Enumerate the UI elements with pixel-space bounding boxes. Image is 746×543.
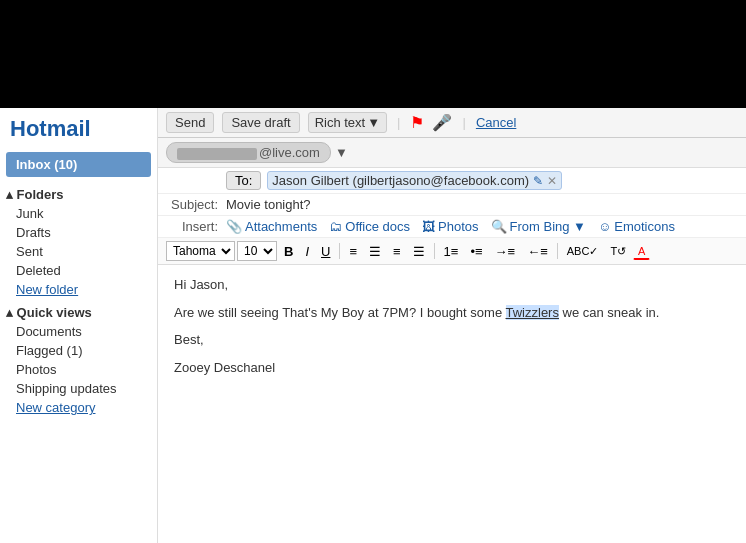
rich-text-arrow: ▼ <box>367 115 380 130</box>
emoticons-icon: ☺ <box>598 219 611 234</box>
to-button[interactable]: To: <box>226 171 261 190</box>
flag-icon[interactable]: ⚑ <box>410 113 424 132</box>
insert-row: Insert: 📎 Attachments 🗂 Office docs 🖼 Ph… <box>158 216 746 238</box>
top-bar <box>0 0 746 108</box>
ordered-list-button[interactable]: 1≡ <box>439 242 464 261</box>
insert-emoticons[interactable]: ☺ Emoticons <box>598 219 675 234</box>
office-icon: 🗂 <box>329 219 342 234</box>
twizzlers-text: Twizzlers <box>506 305 559 320</box>
sidebar-item-deleted[interactable]: Deleted <box>0 261 157 280</box>
rich-text-button[interactable]: Rich text ▼ <box>308 112 387 133</box>
from-dropdown-arrow[interactable]: ▼ <box>335 145 348 160</box>
subject-row: Subject: <box>158 194 746 216</box>
hotmail-logo: Hotmail <box>0 108 157 148</box>
outdent-button[interactable]: ←≡ <box>522 242 553 261</box>
sidebar-item-documents[interactable]: Documents <box>0 322 157 341</box>
sidebar-item-sent[interactable]: Sent <box>0 242 157 261</box>
insert-photos[interactable]: 🖼 Photos <box>422 219 478 234</box>
bing-label: From Bing ▼ <box>510 219 586 234</box>
sidebar: Hotmail Inbox (10) ▴ Folders Junk Drafts… <box>0 108 158 543</box>
font-select[interactable]: Tahoma <box>166 241 235 261</box>
insert-bing[interactable]: 🔍 From Bing ▼ <box>491 219 586 234</box>
mic-icon[interactable]: 🎤 <box>432 113 452 132</box>
closing: Best, <box>174 330 730 350</box>
align-justify-button[interactable]: ☰ <box>408 242 430 261</box>
attachment-label: Attachments <box>245 219 317 234</box>
bing-icon: 🔍 <box>491 219 507 234</box>
spell-check-button[interactable]: ABC✓ <box>562 243 604 260</box>
align-right-button[interactable]: ≡ <box>388 242 406 261</box>
body-text-before: Are we still seeing That's My Boy at 7PM… <box>174 305 506 320</box>
align-left-button[interactable]: ≡ <box>344 242 362 261</box>
insert-items: 📎 Attachments 🗂 Office docs 🖼 Photos 🔍 F… <box>226 219 675 234</box>
emoticons-label: Emoticons <box>614 219 675 234</box>
sidebar-item-flagged[interactable]: Flagged (1) <box>0 341 157 360</box>
from-email: @live.com <box>166 142 331 163</box>
italic-button[interactable]: I <box>300 242 314 261</box>
underline-button[interactable]: U <box>316 242 335 261</box>
body-text-after: we can sneak in. <box>559 305 659 320</box>
clear-format-button[interactable]: T↺ <box>605 243 631 260</box>
send-button[interactable]: Send <box>166 112 214 133</box>
divider-2: | <box>462 115 465 130</box>
office-label: Office docs <box>345 219 410 234</box>
format-toolbar: Tahoma 10 B I U ≡ ☰ ≡ ☰ 1≡ •≡ →≡ ←≡ ABC✓ <box>158 238 746 265</box>
to-row: To: Jason Gilbert (gilbertjasono@faceboo… <box>158 168 746 194</box>
from-bar: @live.com ▼ <box>158 138 746 168</box>
compose-area: Send Save draft Rich text ▼ | ⚑ 🎤 | Canc… <box>158 108 746 543</box>
edit-recipient-icon[interactable]: ✎ <box>533 174 543 188</box>
rich-text-label: Rich text <box>315 115 366 130</box>
remove-recipient-icon[interactable]: ✕ <box>547 174 557 188</box>
blurred-prefix <box>177 148 257 160</box>
subject-input[interactable] <box>226 197 738 212</box>
photos-label: Photos <box>438 219 478 234</box>
body-line1: Are we still seeing That's My Boy at 7PM… <box>174 303 730 323</box>
sidebar-item-photos[interactable]: Photos <box>0 360 157 379</box>
email-body[interactable]: Hi Jason, Are we still seeing That's My … <box>158 265 746 543</box>
divider-1: | <box>397 115 400 130</box>
font-color-button[interactable]: A <box>633 243 650 260</box>
sep2 <box>434 243 435 259</box>
sep1 <box>339 243 340 259</box>
compose-toolbar: Send Save draft Rich text ▼ | ⚑ 🎤 | Canc… <box>158 108 746 138</box>
save-draft-button[interactable]: Save draft <box>222 112 299 133</box>
photos-icon: 🖼 <box>422 219 435 234</box>
sidebar-item-shipping[interactable]: Shipping updates <box>0 379 157 398</box>
unordered-list-button[interactable]: •≡ <box>465 242 487 261</box>
sidebar-item-drafts[interactable]: Drafts <box>0 223 157 242</box>
folders-header: ▴ Folders <box>0 181 157 204</box>
insert-label: Insert: <box>166 219 226 234</box>
insert-attachments[interactable]: 📎 Attachments <box>226 219 317 234</box>
signature: Zooey Deschanel <box>174 358 730 378</box>
sidebar-item-junk[interactable]: Junk <box>0 204 157 223</box>
indent-button[interactable]: →≡ <box>490 242 521 261</box>
subject-label: Subject: <box>166 197 226 212</box>
quick-views-header: ▴ Quick views <box>0 299 157 322</box>
size-select[interactable]: 10 <box>237 241 277 261</box>
cancel-button[interactable]: Cancel <box>476 115 516 130</box>
bold-button[interactable]: B <box>279 242 298 261</box>
align-center-button[interactable]: ☰ <box>364 242 386 261</box>
new-folder-link[interactable]: New folder <box>0 280 157 299</box>
inbox-button[interactable]: Inbox (10) <box>6 152 151 177</box>
recipient-tag: Jason Gilbert (gilbertjasono@facebook.co… <box>267 171 562 190</box>
attachment-icon: 📎 <box>226 219 242 234</box>
sep3 <box>557 243 558 259</box>
greeting: Hi Jason, <box>174 275 730 295</box>
recipient-name: Jason Gilbert (gilbertjasono@facebook.co… <box>272 173 529 188</box>
insert-office-docs[interactable]: 🗂 Office docs <box>329 219 410 234</box>
new-category-link[interactable]: New category <box>0 398 157 417</box>
